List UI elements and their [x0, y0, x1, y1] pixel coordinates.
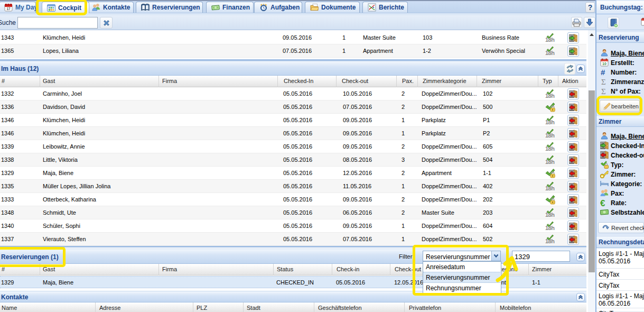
svg-text:17: 17: [6, 7, 11, 11]
